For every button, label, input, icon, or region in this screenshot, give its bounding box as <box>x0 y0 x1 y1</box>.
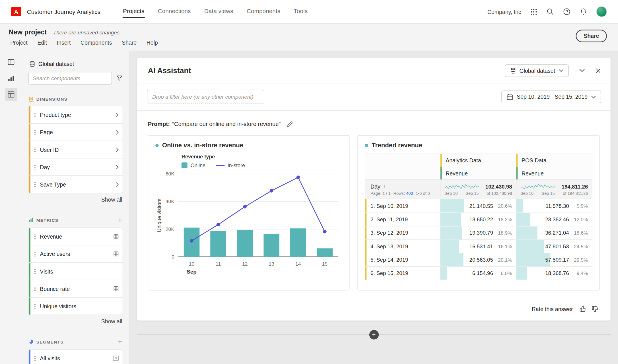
menu-item[interactable]: Components <box>81 40 112 46</box>
metric-item[interactable]: Revenue <box>28 228 123 245</box>
analytics-revenue-header[interactable]: Revenue <box>440 167 516 179</box>
day-column-header[interactable]: Day ↑ Page: 1 / 1 Rows: 400 <box>365 180 440 199</box>
page-title: New project <box>9 28 47 36</box>
drag-handle-icon[interactable] <box>34 112 36 117</box>
analytics-value-cell[interactable]: 21,140.55 20.6% <box>440 199 516 212</box>
filter-icon[interactable] <box>116 75 123 82</box>
drag-handle-icon[interactable] <box>34 182 36 187</box>
drag-handle-icon[interactable] <box>34 286 36 291</box>
dimension-item[interactable]: Page <box>28 123 123 141</box>
drag-handle-icon[interactable] <box>34 164 36 169</box>
app-switcher-icon[interactable] <box>530 8 537 15</box>
pos-value-cell[interactable]: 57,509.17 29.5% <box>516 253 592 266</box>
day-cell[interactable]: 6. Sep 15, 2019 <box>365 267 440 280</box>
menu-item[interactable]: Share <box>122 40 137 46</box>
dimensions-list: Product type Page User ID Day <box>28 106 123 193</box>
nav-tab[interactable]: Projects <box>123 5 145 18</box>
components-table-icon[interactable] <box>5 88 17 101</box>
drag-handle-icon[interactable] <box>34 234 36 239</box>
pos-data-header[interactable]: POS Data <box>516 154 592 167</box>
legend-item-instore[interactable]: In-store <box>216 162 245 168</box>
thumbs-down-icon[interactable] <box>592 305 599 313</box>
dimension-item[interactable]: Day <box>28 158 123 176</box>
close-panel-icon[interactable] <box>596 68 601 73</box>
chevron-right-icon[interactable] <box>116 130 119 135</box>
menu-item[interactable]: Help <box>147 40 158 46</box>
segment-item[interactable]: All visits A <box>28 349 123 364</box>
collapse-panel-icon[interactable] <box>579 69 585 73</box>
visualizations-icon[interactable] <box>5 72 17 84</box>
drag-handle-icon[interactable] <box>34 129 36 135</box>
dimensions-show-all-link[interactable]: Show all <box>28 197 123 203</box>
user-avatar[interactable] <box>596 6 607 17</box>
project-menubar: ProjectEditInsertComponentsShareHelp <box>9 40 607 46</box>
add-segment-button[interactable]: + <box>117 338 123 345</box>
rows-count-link[interactable]: 400 <box>406 191 413 196</box>
dimension-label: User ID <box>40 146 116 153</box>
segments-heading: SEGMENTS <box>36 339 64 344</box>
search-icon[interactable] <box>546 8 554 15</box>
notifications-bell-icon[interactable] <box>580 8 587 15</box>
dataset-dropdown[interactable]: Global dataset <box>505 64 568 77</box>
drag-handle-icon[interactable] <box>34 268 36 274</box>
search-components-input[interactable] <box>28 72 112 84</box>
drag-handle-icon[interactable] <box>34 147 36 152</box>
nav-tab[interactable]: Components <box>246 5 281 18</box>
dimension-item[interactable]: User ID <box>28 141 123 159</box>
sidebar-dataset[interactable]: Global dataset <box>28 61 123 67</box>
analytics-value-cell[interactable]: 16,531.41 16.1% <box>440 240 516 253</box>
pos-value-cell[interactable]: 11,578.30 5.9% <box>516 199 592 212</box>
metric-item[interactable]: Active users <box>28 245 123 263</box>
metrics-show-all-link[interactable]: Show all <box>28 318 123 324</box>
drag-handle-icon[interactable] <box>34 251 36 257</box>
menu-item[interactable]: Edit <box>37 40 47 46</box>
analytics-value-cell[interactable]: 20,563.05 20.1% <box>440 253 516 266</box>
pos-value-cell[interactable]: 23,382.46 12.0% <box>516 213 592 226</box>
dimension-item[interactable]: Product type <box>28 106 123 124</box>
pos-value: 47,801.53 <box>545 243 569 249</box>
analytics-summary-cell: 102,430.98 Sep 10 Sep 15 of 102,430.98 <box>440 180 516 199</box>
analytics-value-cell[interactable]: 6,154.96 6.0% <box>440 267 516 280</box>
analytics-data-header[interactable]: Analytics Data <box>440 154 516 167</box>
legend-item-online[interactable]: Online <box>182 162 205 168</box>
day-cell[interactable]: 3. Sep 12, 2019 <box>365 226 440 239</box>
day-cell[interactable]: 4. Sep 13, 2019 <box>365 240 440 253</box>
chevron-right-icon[interactable] <box>116 182 119 187</box>
edit-prompt-pencil-icon[interactable] <box>286 121 293 128</box>
add-panel-button[interactable]: + <box>369 330 378 339</box>
sort-ascending-icon[interactable]: ↑ <box>383 184 385 189</box>
pos-value-cell[interactable]: 36,271.04 18.6% <box>516 226 592 239</box>
drag-handle-icon[interactable] <box>34 303 36 309</box>
date-range-dropdown[interactable]: Sep 10, 2019 - Sep 15, 2019 <box>501 90 601 103</box>
analytics-value-cell[interactable]: 18,650.22 18.2% <box>440 213 516 226</box>
panels-view-icon[interactable] <box>5 56 17 68</box>
menu-item[interactable]: Project <box>10 40 28 46</box>
nav-tab[interactable]: Tools <box>293 5 308 18</box>
metric-item[interactable]: Unique visitors <box>28 297 123 315</box>
online-vs-instore-chart-card: Online vs. in-store revenue Revenue type… <box>148 135 350 290</box>
share-button[interactable]: Share <box>576 30 607 42</box>
metric-item[interactable]: Bounce rate <box>28 280 123 298</box>
day-cell[interactable]: 1. Sep 10, 2019 <box>365 199 440 212</box>
filter-drop-zone[interactable]: Drop a filter here (or any other compone… <box>147 90 264 104</box>
dimension-item[interactable]: Save Type <box>28 175 123 193</box>
chevron-right-icon[interactable] <box>116 165 119 169</box>
metric-item[interactable]: Visits <box>28 262 123 280</box>
analytics-value-cell[interactable]: 19,390.79 18.9% <box>440 226 516 239</box>
nav-tab[interactable]: Connections <box>157 5 191 18</box>
drag-handle-icon[interactable] <box>34 355 36 361</box>
chevron-right-icon[interactable] <box>116 147 119 152</box>
menu-item[interactable]: Insert <box>57 40 71 46</box>
pos-revenue-header[interactable]: Revenue <box>516 167 592 179</box>
add-metric-button[interactable]: + <box>117 216 123 224</box>
dimensions-icon <box>28 96 34 102</box>
pos-value-cell[interactable]: 18,268.76 9.4% <box>516 267 592 280</box>
pos-value-cell[interactable]: 47,801.53 24.5% <box>516 240 592 253</box>
day-cell[interactable]: 5. Sep 14, 2019 <box>365 253 440 266</box>
chevron-right-icon[interactable] <box>116 112 119 117</box>
help-icon[interactable] <box>563 8 570 15</box>
thumbs-up-icon[interactable] <box>579 305 587 313</box>
nav-tab[interactable]: Data views <box>204 5 234 18</box>
adobe-logo-icon[interactable]: A <box>11 7 21 16</box>
day-cell[interactable]: 2. Sep 11, 2019 <box>365 213 440 226</box>
